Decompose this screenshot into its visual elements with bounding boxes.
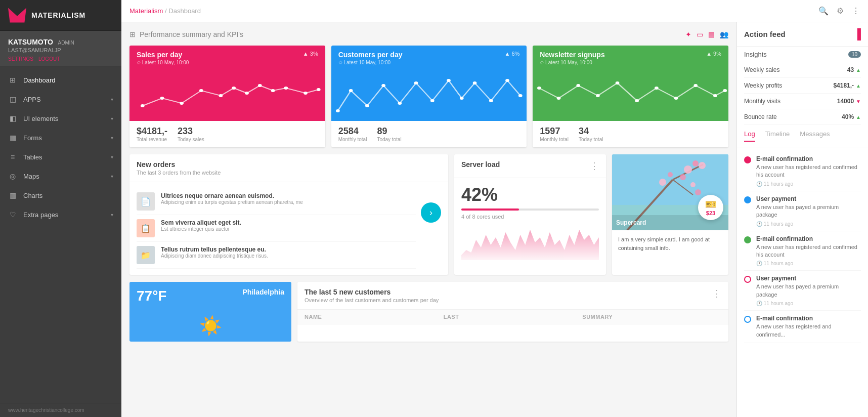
- sidebar-header: MATERIALISM: [0, 0, 121, 31]
- sidebar-item-maps[interactable]: ◎ Maps ▾: [0, 166, 121, 186]
- tab-messages[interactable]: Messages: [800, 130, 830, 142]
- orders-nav-button[interactable]: ›: [421, 202, 441, 223]
- sidebar-item-extra-pages[interactable]: ♡ Extra pages ▾: [0, 205, 121, 224]
- svg-point-17: [414, 81, 418, 85]
- tables-icon: ≡: [8, 153, 17, 161]
- svg-point-3: [199, 89, 203, 92]
- image-card-badge: 🎫 $23: [698, 195, 723, 220]
- main: Materialism / Dashboard 🔍 ⚙ ⋮ ⊞ Performa…: [121, 0, 868, 417]
- log-dot-green: [744, 236, 751, 243]
- log-time: 🕐 11 hours ago: [756, 261, 861, 266]
- tab-timeline[interactable]: Timeline: [765, 130, 790, 142]
- kpi-stat-newsletter-monthly: 1597: [540, 126, 569, 137]
- order-sub: Adipiscing enim eu turpis egestas pretiu…: [161, 199, 303, 205]
- sidebar-item-dashboard[interactable]: ⊞ Dashboard: [0, 70, 121, 90]
- grid-icon: ⊞: [129, 30, 136, 38]
- file-icon[interactable]: ▤: [708, 30, 715, 38]
- kpi-subtitle-newsletter: ✩ Latest 10 May, 10:00: [540, 60, 604, 65]
- people-icon[interactable]: 👥: [720, 30, 728, 38]
- sidebar-item-apps[interactable]: ◫ APPS ▾: [0, 90, 121, 109]
- server-load-header: Server load ⋮: [454, 154, 606, 178]
- sidebar-footer: www.heritagechristiancollege.com: [0, 403, 121, 417]
- svg-point-1: [160, 97, 164, 100]
- server-load-menu[interactable]: ⋮: [590, 160, 599, 172]
- svg-point-26: [557, 97, 561, 100]
- sidebar-item-label: Forms: [23, 134, 42, 142]
- insights-value-monthly-visits: 14000 ▼: [837, 98, 861, 105]
- svg-point-2: [180, 102, 184, 105]
- image-card-img: Supercard 🎫 $23: [612, 154, 728, 230]
- svg-point-48: [668, 172, 673, 177]
- breadcrumb-parent[interactable]: Materialism: [129, 7, 163, 15]
- kpi-chart-sales: [129, 70, 325, 121]
- svg-point-30: [635, 99, 639, 102]
- kpi-stat-today-total: 89: [377, 126, 401, 137]
- kpi-badge-sales: ▲ 3%: [303, 51, 318, 57]
- log-item: User payment A new user has payed a prem…: [744, 271, 861, 311]
- insights-value-bounce-rate: 40% ▲: [842, 113, 861, 120]
- extra-pages-icon: ♡: [8, 211, 17, 219]
- sidebar-item-tables[interactable]: ≡ Tables ▾: [0, 147, 121, 166]
- tab-log[interactable]: Log: [744, 130, 755, 142]
- sidebar-item-forms[interactable]: ▦ Forms ▾: [0, 128, 121, 147]
- customers-menu[interactable]: ⋮: [712, 288, 721, 299]
- svg-point-11: [317, 88, 321, 91]
- server-pct: 42%: [461, 184, 599, 205]
- log-dot-blue: [744, 196, 751, 203]
- settings-link[interactable]: SETTINGS: [8, 56, 33, 62]
- more-icon[interactable]: ⋮: [852, 6, 860, 16]
- image-card-text: I am a very simple card. I am good at co…: [618, 235, 722, 252]
- chevron-down-icon: ▾: [111, 116, 113, 121]
- kpi-stat-revenue-label: Total revenue: [137, 137, 167, 142]
- brand-name: MATERIALISM: [31, 11, 85, 19]
- log-title: E-mail confirmation: [756, 315, 861, 322]
- order-item: 📁 Tellus rutrum tellus pellentesque eu. …: [137, 242, 416, 269]
- log-dot-red: [744, 156, 751, 163]
- kpi-chart-customers: [331, 70, 527, 121]
- kpi-title-sales: Sales per day: [137, 51, 189, 59]
- customers-card: The last 5 new customers Overview of the…: [297, 282, 728, 342]
- svg-point-24: [518, 94, 523, 97]
- sidebar-item-ui-elements[interactable]: ◧ UI elements ▾: [0, 109, 121, 128]
- kpi-row: Sales per day ✩ Latest 10 May, 10:00 ▲ 3…: [129, 46, 728, 147]
- chevron-down-icon: ▾: [111, 97, 113, 102]
- kpi-header-newsletter: Newsletter signups ✩ Latest 10 May, 10:0…: [533, 46, 728, 70]
- server-label: 4 of 8 cores used: [461, 214, 599, 220]
- sidebar-item-charts[interactable]: ▥ Charts: [0, 186, 121, 205]
- svg-point-19: [447, 79, 451, 82]
- settings-icon[interactable]: ⚙: [837, 6, 844, 16]
- main-content: ⊞ Performance summary and KPI's ✦ ▭ ▤ 👥 …: [121, 22, 736, 417]
- log-sub: A new user has payed a premium package: [756, 283, 861, 299]
- svg-point-18: [430, 99, 435, 102]
- logout-link[interactable]: LOGOUT: [38, 56, 60, 62]
- search-icon[interactable]: 🔍: [818, 6, 829, 16]
- monitor-icon[interactable]: ▭: [697, 30, 703, 38]
- kpi-stat-revenue: $4181,-: [137, 126, 167, 137]
- dashboard-icon: ⊞: [8, 76, 17, 84]
- section-header-icons: ✦ ▭ ▤ 👥: [685, 30, 728, 38]
- weather-card: 77°F Philadelphia ☀️: [129, 282, 291, 342]
- weather-header: 77°F Philadelphia: [129, 282, 291, 310]
- ui-elements-icon: ◧: [8, 114, 17, 122]
- right-panel: Action feed ▐ Insights 10 Weekly sales 4…: [736, 22, 868, 417]
- sidebar-item-label: Dashboard: [23, 76, 56, 84]
- insights-row-weekly-profits: Weekly profits $4181,- ▲: [744, 78, 861, 94]
- new-orders-title: New orders: [137, 160, 221, 169]
- breadcrumb-current: Dashboard: [168, 7, 201, 15]
- sidebar: MATERIALISM KATSUMOTO ADMIN LAST@SAMURAI…: [0, 0, 121, 417]
- kpi-subtitle-customers: ✩ Latest 10 May, 10:00: [338, 60, 403, 65]
- svg-point-16: [398, 102, 402, 105]
- svg-point-8: [271, 89, 275, 92]
- insights-badge: 10: [848, 51, 861, 58]
- nodes-icon[interactable]: ✦: [685, 30, 691, 38]
- sun-icon: ☀️: [199, 315, 222, 337]
- order-item: 📋 Sem viverra aliquet eget sit. Est ultr…: [137, 215, 416, 242]
- svg-point-9: [284, 87, 288, 90]
- user-name: KATSUMOTO: [8, 38, 53, 46]
- log-sub: A new user has registered and confirmed.…: [756, 323, 861, 339]
- insights-table: Weekly sales 43 ▲ Weekly profits $4181,-…: [737, 62, 868, 125]
- svg-point-20: [460, 97, 464, 100]
- sidebar-item-label: APPS: [23, 96, 41, 103]
- kpi-chart-newsletter: [533, 70, 728, 121]
- nav: ⊞ Dashboard ◫ APPS ▾ ◧ UI elements ▾ ▦ F…: [0, 66, 121, 403]
